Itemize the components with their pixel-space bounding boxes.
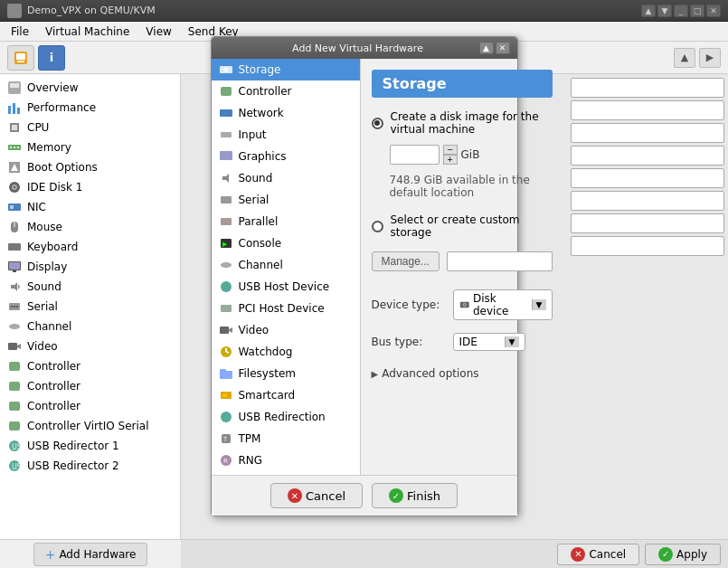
svg-rect-44 (221, 87, 232, 96)
modal-list-label-pci-host: PCI Host Device (239, 302, 325, 315)
modal-list-label-storage: Storage (239, 63, 281, 76)
modal-footer: ✕ Cancel ✓ Finish (212, 475, 517, 516)
modal-list-label-sound: Sound (239, 172, 273, 185)
bus-type-row: Bus type: IDE ▼ (372, 333, 553, 351)
svg-rect-61 (220, 369, 226, 373)
modal-list-item-filesystem[interactable]: Filesystem (212, 363, 360, 384)
modal-list-item-console[interactable]: ▶ Console (212, 232, 360, 254)
controller-list-icon (219, 84, 233, 99)
modal-list-item-sound[interactable]: Sound (212, 167, 360, 189)
radio-create-disk[interactable] (372, 118, 383, 129)
svg-rect-63 (222, 393, 227, 397)
modal-list-label-console: Console (239, 237, 282, 250)
modal-section-title: Storage (372, 70, 553, 98)
svg-marker-48 (222, 174, 229, 183)
modal-list-label-usb-redir: USB Redirection (239, 411, 326, 423)
modal-cancel-label: Cancel (306, 489, 345, 503)
manage-button[interactable]: Manage... (372, 251, 440, 271)
spinner-row: 20.0 − + GiB (390, 145, 553, 165)
modal-list-label-video: Video (239, 324, 269, 336)
channel-list-icon (219, 258, 233, 272)
svg-marker-56 (229, 327, 232, 333)
size-unit-label: GiB (461, 148, 480, 161)
spinner-down-btn[interactable]: − (443, 145, 458, 155)
svg-text:R: R (223, 458, 228, 465)
device-type-label: Device type: (372, 298, 444, 311)
modal-list-item-watchdog[interactable]: Watchdog (212, 341, 360, 363)
modal-list-item-channel[interactable]: Channel (212, 254, 360, 276)
modal-list-label-tpm: TPM (239, 432, 261, 445)
modal-finish-label: Finish (407, 489, 440, 503)
modal-list-item-video[interactable]: Video (212, 319, 360, 341)
modal-controls: ▲ ✕ (479, 42, 510, 54)
sound-list-icon (219, 171, 233, 185)
modal-list-item-storage[interactable]: Storage (212, 59, 360, 80)
svg-rect-50 (221, 218, 232, 225)
modal-cancel-icon: ✕ (288, 488, 302, 503)
modal-list-item-parallel[interactable]: Parallel (212, 211, 360, 232)
disk-size-input[interactable]: 20.0 (390, 145, 440, 165)
modal-list-item-serial[interactable]: Serial (212, 189, 360, 211)
device-type-dropdown[interactable]: Disk device ▼ (453, 289, 553, 320)
radio-custom-storage[interactable] (372, 221, 383, 232)
modal-list-label-rng: RNG (239, 454, 263, 467)
modal-titlebar: Add New Virtual Hardware ▲ ✕ (212, 37, 517, 59)
option-create-disk-label: Create a disk image for the virtual mach… (391, 110, 553, 136)
modal-list-label-controller: Controller (239, 85, 292, 98)
svg-rect-55 (220, 327, 229, 334)
modal-list-item-usb-host[interactable]: USB Host Device (212, 276, 360, 298)
modal-list-label-filesystem: Filesystem (239, 367, 296, 380)
filesystem-list-icon (219, 366, 233, 381)
bus-type-dropdown[interactable]: IDE ▼ (453, 333, 525, 351)
modal-list-item-input[interactable]: Input (212, 124, 360, 146)
custom-storage-input[interactable] (447, 251, 553, 271)
smartcard-list-icon (219, 388, 233, 402)
device-type-arrow[interactable]: ▼ (532, 299, 546, 310)
watchdog-list-icon (219, 345, 233, 359)
svg-point-64 (221, 412, 232, 422)
device-type-row: Device type: Disk device ▼ (372, 289, 553, 320)
svg-rect-47 (220, 151, 232, 160)
tpm-list-icon: T (219, 431, 233, 446)
modal-list-label-serial: Serial (239, 194, 269, 206)
bus-type-arrow[interactable]: ▼ (505, 336, 519, 347)
advanced-arrow-icon: ▶ (372, 369, 379, 379)
modal-list-item-graphics[interactable]: Graphics (212, 146, 360, 167)
bus-type-value: IDE (459, 336, 477, 348)
spinner-up-btn[interactable]: + (443, 155, 458, 165)
modal-list-label-smartcard: Smartcard (239, 389, 296, 402)
usb-host-list-icon (219, 279, 233, 294)
modal-list-label-channel: Channel (239, 259, 283, 271)
modal-finish-button[interactable]: ✓ Finish (372, 483, 458, 508)
usb-redir-list-icon (219, 410, 233, 424)
serial-list-icon (219, 193, 233, 207)
add-hardware-dialog: Add New Virtual Hardware ▲ ✕ Storage (211, 36, 518, 516)
pci-host-list-icon (219, 301, 233, 316)
modal-list-item-tpm[interactable]: T TPM (212, 428, 360, 450)
modal-up-btn[interactable]: ▲ (479, 42, 494, 54)
modal-list-label-parallel: Parallel (239, 215, 279, 228)
modal-list-item-controller[interactable]: Controller (212, 80, 360, 102)
custom-storage-row: Manage... (372, 251, 553, 271)
modal-list-label-usb-host: USB Host Device (239, 280, 330, 293)
modal-overlay: Add New Virtual Hardware ▲ ✕ Storage (0, 0, 728, 568)
svg-point-53 (221, 281, 232, 292)
svg-rect-54 (221, 305, 232, 312)
modal-list-item-smartcard[interactable]: Smartcard (212, 384, 360, 406)
video-list-icon (219, 323, 233, 337)
modal-list-item-usb-redir[interactable]: USB Redirection (212, 406, 360, 428)
advanced-options-row[interactable]: ▶ Advanced options (372, 367, 553, 380)
modal-list-item-network[interactable]: Network (212, 102, 360, 124)
svg-point-43 (223, 67, 229, 72)
modal-list-item-pci-host[interactable]: PCI Host Device (212, 298, 360, 319)
modal-body: Storage Controller Network (212, 59, 517, 475)
svg-rect-46 (221, 132, 232, 137)
modal-title: Add New Virtual Hardware (237, 43, 479, 54)
spinner-buttons: − + (443, 145, 458, 165)
available-space-label: 748.9 GiB available in the default locat… (390, 174, 553, 199)
modal-cancel-button[interactable]: ✕ Cancel (270, 483, 363, 508)
option-custom-storage-label: Select or create custom storage (391, 213, 553, 239)
modal-close-btn[interactable]: ✕ (496, 42, 510, 54)
bus-type-label: Bus type: (372, 336, 444, 348)
modal-list-item-rng[interactable]: R RNG (212, 450, 360, 471)
